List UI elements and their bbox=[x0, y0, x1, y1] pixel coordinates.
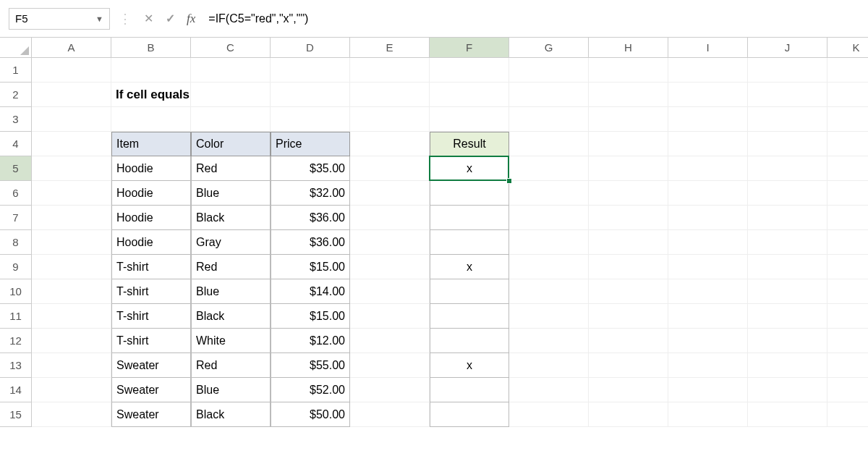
cell-K4[interactable] bbox=[827, 132, 868, 156]
header-color[interactable]: Color bbox=[191, 132, 271, 156]
row-header-1[interactable]: 1 bbox=[0, 58, 32, 83]
row-header-2[interactable]: 2 bbox=[0, 83, 32, 107]
data-color[interactable]: Blue bbox=[191, 181, 271, 206]
formula-input[interactable] bbox=[204, 0, 859, 37]
cell-K9[interactable] bbox=[827, 255, 868, 279]
data-price[interactable]: $32.00 bbox=[271, 181, 350, 206]
cell-H9[interactable] bbox=[589, 255, 668, 279]
cell-J11[interactable] bbox=[748, 304, 827, 329]
cell-A7[interactable] bbox=[32, 206, 111, 230]
column-header-A[interactable]: A bbox=[32, 38, 111, 58]
cell-G5[interactable] bbox=[509, 156, 589, 181]
cell-J12[interactable] bbox=[748, 329, 827, 353]
cell-A10[interactable] bbox=[32, 279, 111, 304]
cell-A13[interactable] bbox=[32, 353, 111, 378]
cell-J7[interactable] bbox=[748, 206, 827, 230]
cell-I6[interactable] bbox=[668, 181, 748, 206]
data-result[interactable] bbox=[430, 279, 509, 304]
header-result[interactable]: Result bbox=[430, 132, 509, 156]
cell-H2[interactable] bbox=[589, 83, 668, 107]
cell-E12[interactable] bbox=[350, 329, 430, 353]
data-color[interactable]: Blue bbox=[191, 378, 271, 402]
column-header-J[interactable]: J bbox=[748, 38, 827, 58]
cell-grid[interactable]: If cell equalsItemColorPriceResultHoodie… bbox=[32, 58, 868, 427]
cell-A9[interactable] bbox=[32, 255, 111, 279]
data-price[interactable]: $14.00 bbox=[271, 279, 350, 304]
cell-H13[interactable] bbox=[589, 353, 668, 378]
data-price[interactable]: $15.00 bbox=[271, 304, 350, 329]
data-item[interactable]: Hoodie bbox=[111, 181, 191, 206]
cell-G4[interactable] bbox=[509, 132, 589, 156]
cell-A1[interactable] bbox=[32, 58, 111, 83]
cell-F1[interactable] bbox=[430, 58, 509, 83]
cell-K10[interactable] bbox=[827, 279, 868, 304]
title-cell[interactable]: If cell equals bbox=[111, 83, 191, 107]
row-header-9[interactable]: 9 bbox=[0, 255, 32, 279]
cell-G15[interactable] bbox=[509, 402, 589, 427]
cell-J2[interactable] bbox=[748, 83, 827, 107]
data-result[interactable] bbox=[430, 402, 509, 427]
cell-H8[interactable] bbox=[589, 230, 668, 255]
cell-I13[interactable] bbox=[668, 353, 748, 378]
cell-H6[interactable] bbox=[589, 181, 668, 206]
data-result[interactable]: x bbox=[430, 353, 509, 378]
data-price[interactable]: $35.00 bbox=[271, 156, 350, 181]
cell-H5[interactable] bbox=[589, 156, 668, 181]
cell-A3[interactable] bbox=[32, 107, 111, 132]
row-header-8[interactable]: 8 bbox=[0, 230, 32, 255]
cell-E4[interactable] bbox=[350, 132, 430, 156]
data-result[interactable] bbox=[430, 230, 509, 255]
cell-J6[interactable] bbox=[748, 181, 827, 206]
cell-J3[interactable] bbox=[748, 107, 827, 132]
cancel-icon[interactable]: ✕ bbox=[140, 11, 156, 27]
select-all-corner[interactable] bbox=[0, 38, 32, 58]
cell-E15[interactable] bbox=[350, 402, 430, 427]
cell-E6[interactable] bbox=[350, 181, 430, 206]
cell-A5[interactable] bbox=[32, 156, 111, 181]
row-header-3[interactable]: 3 bbox=[0, 107, 32, 132]
cell-H1[interactable] bbox=[589, 58, 668, 83]
data-price[interactable]: $36.00 bbox=[271, 230, 350, 255]
cell-I15[interactable] bbox=[668, 402, 748, 427]
cell-J4[interactable] bbox=[748, 132, 827, 156]
cell-D3[interactable] bbox=[271, 107, 350, 132]
data-color[interactable]: Black bbox=[191, 304, 271, 329]
data-item[interactable]: Sweater bbox=[111, 353, 191, 378]
data-item[interactable]: Sweater bbox=[111, 378, 191, 402]
cell-E13[interactable] bbox=[350, 353, 430, 378]
column-header-B[interactable]: B bbox=[111, 38, 191, 58]
row-header-13[interactable]: 13 bbox=[0, 353, 32, 378]
cell-G6[interactable] bbox=[509, 181, 589, 206]
row-header-14[interactable]: 14 bbox=[0, 378, 32, 402]
cell-B1[interactable] bbox=[111, 58, 191, 83]
column-header-F[interactable]: F bbox=[430, 38, 509, 58]
data-price[interactable]: $52.00 bbox=[271, 378, 350, 402]
cell-G2[interactable] bbox=[509, 83, 589, 107]
cell-G3[interactable] bbox=[509, 107, 589, 132]
data-color[interactable]: Red bbox=[191, 156, 271, 181]
cell-I7[interactable] bbox=[668, 206, 748, 230]
cell-I8[interactable] bbox=[668, 230, 748, 255]
cell-C2[interactable] bbox=[191, 83, 271, 107]
row-header-10[interactable]: 10 bbox=[0, 279, 32, 304]
cell-D2[interactable] bbox=[271, 83, 350, 107]
cell-G11[interactable] bbox=[509, 304, 589, 329]
cell-A15[interactable] bbox=[32, 402, 111, 427]
chevron-down-icon[interactable]: ▼ bbox=[95, 14, 103, 23]
cell-C1[interactable] bbox=[191, 58, 271, 83]
data-price[interactable]: $55.00 bbox=[271, 353, 350, 378]
cell-G1[interactable] bbox=[509, 58, 589, 83]
cell-K6[interactable] bbox=[827, 181, 868, 206]
cell-J13[interactable] bbox=[748, 353, 827, 378]
data-price[interactable]: $12.00 bbox=[271, 329, 350, 353]
data-result[interactable] bbox=[430, 304, 509, 329]
cell-E1[interactable] bbox=[350, 58, 430, 83]
cell-H7[interactable] bbox=[589, 206, 668, 230]
enter-icon[interactable]: ✓ bbox=[162, 11, 178, 27]
data-item[interactable]: Sweater bbox=[111, 402, 191, 427]
column-header-E[interactable]: E bbox=[350, 38, 430, 58]
data-color[interactable]: Gray bbox=[191, 230, 271, 255]
data-result[interactable] bbox=[430, 378, 509, 402]
cell-J10[interactable] bbox=[748, 279, 827, 304]
row-header-7[interactable]: 7 bbox=[0, 206, 32, 230]
